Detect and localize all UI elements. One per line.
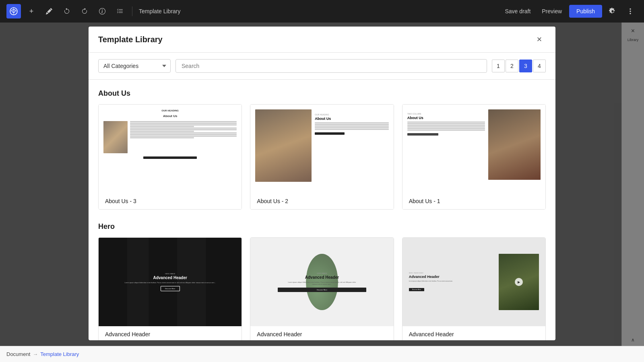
- breadcrumb-library[interactable]: Template Library: [40, 351, 79, 357]
- template-card-hero-video[interactable]: HERO / INLINE VIDEO Advanced Header Lore…: [402, 237, 546, 340]
- page-4-button[interactable]: 4: [533, 60, 546, 72]
- svg-point-4: [630, 13, 631, 14]
- add-button[interactable]: +: [24, 4, 39, 19]
- page-1-button[interactable]: 1: [492, 60, 505, 72]
- list-button[interactable]: [113, 4, 127, 19]
- wp-logo[interactable]: [6, 4, 21, 19]
- modal-title: Template Library: [98, 35, 163, 44]
- modal-header: Template Library ×: [89, 27, 555, 53]
- pencil-button[interactable]: [42, 4, 56, 19]
- undo-button[interactable]: [60, 4, 74, 19]
- svg-point-3: [630, 10, 631, 12]
- hero-section-title: Hero: [98, 222, 546, 231]
- separator-1: [132, 6, 132, 16]
- settings-button[interactable]: [605, 4, 620, 19]
- template-label-hero-light: Advanced Header: [250, 326, 393, 340]
- redo-button[interactable]: [77, 4, 92, 19]
- template-label-hero-dark: Advanced Header: [99, 326, 242, 340]
- publish-button[interactable]: Publish: [569, 5, 602, 18]
- page-3-button[interactable]: 3: [519, 60, 532, 72]
- template-preview-about-3: OUR HEADING About Us: [99, 105, 242, 193]
- template-card-about-2[interactable]: OUR HEADING About Us About Us - 2: [250, 104, 394, 210]
- breadcrumb-document[interactable]: Document: [6, 351, 30, 357]
- template-preview-about-1: TWO COLUMN About Us: [402, 105, 545, 193]
- template-label-about-1: About Us - 1: [402, 193, 545, 209]
- template-card-hero-light[interactable]: HERO IMAGE Advanced Header Lorem ipsum a…: [250, 237, 394, 340]
- preview-button[interactable]: Preview: [538, 6, 566, 17]
- modal-body: About Us OUR HEADING About Us: [89, 80, 555, 340]
- toolbar: + Template Library Save draft Preview Pu…: [0, 0, 644, 23]
- template-card-about-1[interactable]: TWO COLUMN About Us About Us - 1: [402, 104, 546, 210]
- save-draft-button[interactable]: Save draft: [501, 6, 535, 17]
- template-preview-hero-dark: HERO IMAGE Advanced Header Lorem ipsum a…: [99, 238, 242, 326]
- category-select[interactable]: All Categories About Us Hero Contact Tea…: [98, 59, 171, 73]
- about-us-section-title: About Us: [98, 89, 546, 98]
- toolbar-right: Save draft Preview Publish: [501, 4, 638, 19]
- modal-overlay: Template Library × All Categories About …: [0, 23, 644, 346]
- page-2-button[interactable]: 2: [506, 60, 518, 72]
- template-label-about-3: About Us - 3: [99, 193, 242, 209]
- modal-filters: All Categories About Us Hero Contact Tea…: [89, 53, 555, 80]
- template-card-hero-dark[interactable]: HERO IMAGE Advanced Header Lorem ipsum a…: [98, 237, 242, 340]
- template-library-modal: Template Library × All Categories About …: [89, 27, 555, 340]
- editor-title: Template Library: [139, 8, 181, 14]
- search-input[interactable]: [175, 59, 487, 73]
- template-label-hero-video: Advanced Header: [402, 326, 545, 340]
- svg-point-2: [630, 8, 631, 10]
- about-us-grid: OUR HEADING About Us: [98, 104, 546, 210]
- template-preview-hero-light: HERO IMAGE Advanced Header Lorem ipsum a…: [250, 238, 393, 326]
- template-preview-hero-video: HERO / INLINE VIDEO Advanced Header Lore…: [402, 238, 545, 326]
- modal-close-button[interactable]: ×: [533, 33, 546, 46]
- hero-grid: HERO IMAGE Advanced Header Lorem ipsum a…: [98, 237, 546, 340]
- more-button[interactable]: [623, 4, 638, 19]
- info-button[interactable]: [95, 4, 109, 19]
- template-card-about-3[interactable]: OUR HEADING About Us: [98, 104, 242, 210]
- pagination: 1 2 3 4: [492, 60, 546, 72]
- template-label-about-2: About Us - 2: [250, 193, 393, 209]
- breadcrumb-arrow: →: [33, 351, 38, 357]
- template-preview-about-2: OUR HEADING About Us: [250, 105, 393, 193]
- bottom-bar: Document → Template Library: [0, 346, 644, 362]
